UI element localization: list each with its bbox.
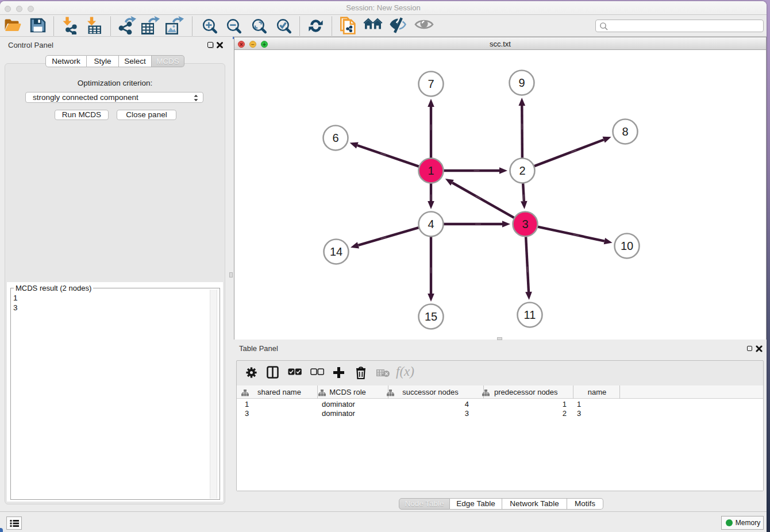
svg-text:14: 14 [330, 245, 342, 258]
svg-text:2: 2 [519, 164, 525, 177]
svg-text:9: 9 [518, 76, 525, 89]
svg-text:4: 4 [428, 218, 434, 230]
svg-text:7: 7 [428, 78, 434, 90]
svg-text:8: 8 [622, 125, 628, 138]
svg-text:6: 6 [332, 132, 338, 144]
svg-text:11: 11 [524, 309, 536, 321]
svg-text:3: 3 [522, 218, 528, 230]
svg-text:10: 10 [621, 240, 633, 252]
svg-text:15: 15 [425, 310, 437, 323]
svg-text:1: 1 [428, 164, 434, 177]
